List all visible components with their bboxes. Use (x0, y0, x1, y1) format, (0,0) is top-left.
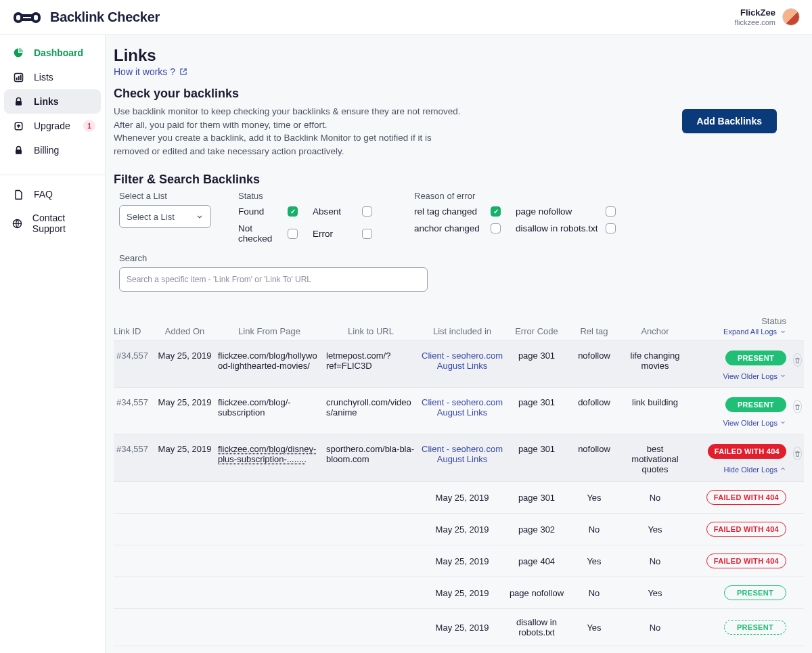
th-list: List included in (418, 326, 506, 336)
log-rel: Yes (567, 493, 621, 503)
log-rel: Yes (567, 623, 621, 633)
svg-rect-7 (20, 74, 21, 80)
log-date: May 25, 2019 (418, 524, 506, 535)
log-anchor: No (621, 556, 689, 566)
upgrade-icon (12, 120, 24, 132)
toggle-older-logs[interactable]: Hide Older Logs (723, 466, 786, 474)
cell-link-id: #34,557 (114, 397, 154, 407)
sidebar-item-upgrade[interactable]: Upgrade 1 (4, 114, 101, 138)
sidebar-divider (0, 175, 105, 175)
cell-anchor: life changing movies (621, 351, 689, 371)
user-menu[interactable]: FlickZee flickzee.com (734, 8, 800, 26)
cell-link-to[interactable]: crunchyroll.com/videos/anime (323, 397, 418, 418)
status-pill: FAILED WITH 404 (706, 554, 786, 568)
cell-list[interactable]: Client - seohero.comAugust Links (418, 444, 506, 464)
status-found-checkbox[interactable] (288, 206, 298, 217)
external-link-icon (179, 68, 187, 76)
sidebar-item-links[interactable]: Links (4, 89, 101, 114)
add-backlinks-button[interactable]: Add Backlinks (682, 109, 777, 133)
log-error: page 404 (506, 556, 567, 566)
cell-link-from[interactable]: flickzee.com/blog/disney-plus-subscripti… (215, 444, 323, 464)
reason-nofollow-label: page nofollow (516, 206, 572, 217)
log-date: May 25, 2019 (418, 623, 506, 633)
status-pill: PRESENT (725, 397, 786, 412)
avatar[interactable] (782, 8, 800, 26)
cell-list[interactable]: Client - seohero.comAugust Links (418, 397, 506, 418)
delete-row-button[interactable] (793, 400, 802, 413)
status-absent-checkbox[interactable] (362, 206, 372, 217)
delete-row-button[interactable] (793, 447, 802, 460)
intro-text: Use backlink monitor to keep checking yo… (114, 105, 466, 158)
upgrade-badge: 1 (83, 120, 95, 132)
sidebar-item-contact[interactable]: Contact Support (4, 206, 101, 240)
page-title: Links (114, 46, 804, 65)
sidebar-item-label: Upgrade (34, 120, 70, 131)
links-table: Link ID Added On Link From Page Link to … (114, 316, 804, 653)
log-date: May 25, 2019 (418, 493, 506, 503)
sidebar-item-dashboard[interactable]: Dashboard (4, 41, 101, 65)
select-list-label: Select a List (119, 191, 211, 201)
table-row: #34,557 May 25, 2019 flickzee.com/blog/-… (114, 387, 804, 434)
reason-rel-checkbox[interactable] (491, 206, 501, 217)
expand-all-logs[interactable]: Expand All Logs (723, 328, 786, 336)
select-list-dropdown[interactable]: Select a List (119, 205, 211, 228)
toggle-older-logs[interactable]: View Older Logs (723, 419, 786, 427)
cell-rel: nofollow (567, 351, 621, 361)
search-input[interactable] (119, 267, 428, 292)
cell-link-id: #34,557 (114, 444, 154, 454)
log-rel: No (567, 524, 621, 535)
reason-anchor-label: anchor changed (414, 223, 480, 233)
reason-nofollow-checkbox[interactable] (606, 206, 616, 217)
bar-chart-icon (12, 71, 24, 83)
sidebar-item-faq[interactable]: FAQ (4, 182, 101, 206)
cell-error-code: page 301 (506, 444, 567, 454)
status-error-checkbox[interactable] (362, 229, 372, 239)
status-pill: FAILED WITH 404 (706, 522, 786, 537)
cell-rel: nofollow (567, 444, 621, 454)
log-status: FAILED WITH 404 (689, 554, 790, 568)
sidebar-item-lists[interactable]: Lists (4, 65, 101, 89)
cell-list[interactable]: Client - seohero.comAugust Links (418, 351, 506, 371)
cell-link-to[interactable]: sporthero.com/bla-bla-bloom.com (323, 444, 418, 464)
log-date: May 25, 2019 (418, 588, 506, 598)
svg-rect-1 (32, 14, 39, 22)
cell-link-to[interactable]: letmepost.com/?ref=FLIC3D (323, 351, 418, 371)
th-status: Status Expand All Logs (689, 316, 790, 336)
lock-icon (12, 95, 24, 108)
search-label: Search (119, 253, 804, 263)
cell-link-from[interactable]: flickzee.com/blog/hollywood-lighthearted… (215, 351, 323, 371)
reason-robots-label: disallow in robots.txt (516, 223, 598, 233)
log-row: May 25, 2019 disallow in robots.txt Yes … (114, 608, 804, 646)
toggle-older-logs[interactable]: View Older Logs (723, 372, 786, 380)
sidebar-item-label: Lists (34, 72, 53, 83)
cell-status: PRESENT View Older Logs (689, 397, 790, 427)
log-status: FAILED WITH 404 (689, 490, 790, 505)
status-absent-label: Absent (313, 206, 341, 217)
how-it-works-link[interactable]: How it works ? (114, 66, 187, 77)
log-error: disallow in robots.txt (506, 617, 567, 637)
reason-anchor-checkbox[interactable] (491, 223, 501, 233)
cell-link-from[interactable]: flickzee.com/blog/-subscription (215, 397, 323, 418)
user-domain: flickzee.com (734, 18, 775, 26)
sidebar-item-label: Dashboard (34, 47, 83, 58)
log-anchor: Yes (621, 524, 689, 535)
log-rel: No (567, 588, 621, 598)
log-row: May 25, 2019 page 302 No Yes FAILED WITH… (114, 513, 804, 545)
delete-row-button[interactable] (793, 353, 802, 367)
table-row: #34,557 May 25, 2019 flickzee.com/blog/d… (114, 434, 804, 481)
reason-label: Reason of error (414, 191, 631, 201)
log-anchor: Yes (621, 588, 689, 598)
status-notchecked-checkbox[interactable] (288, 229, 298, 239)
log-rel: Yes (567, 556, 621, 566)
log-status: PRESENT (689, 620, 790, 635)
billing-lock-icon (12, 144, 24, 156)
cell-added-on: May 25, 2019 (154, 444, 215, 454)
sidebar-item-billing[interactable]: Billing (4, 138, 101, 162)
cell-status: PRESENT View Older Logs (689, 351, 790, 380)
app-logo-icon (12, 9, 42, 26)
sidebar-item-label: Billing (34, 145, 59, 156)
reason-robots-checkbox[interactable] (606, 223, 616, 233)
svg-rect-10 (16, 150, 22, 154)
th-anchor: Anchor (621, 326, 689, 336)
status-pill: PRESENT (724, 585, 786, 600)
